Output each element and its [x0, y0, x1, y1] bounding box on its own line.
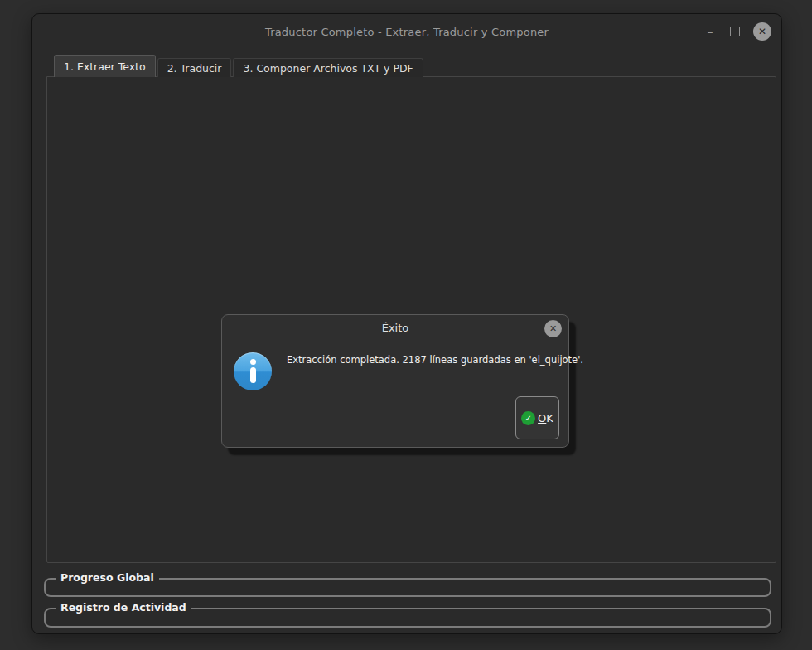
- ok-button[interactable]: ✓ OK: [515, 396, 559, 439]
- info-icon-dot: [250, 359, 256, 365]
- dialog-close-icon[interactable]: ✕: [544, 320, 562, 337]
- success-dialog: Éxito ✕ Extracción completada. 2187 líne…: [221, 314, 569, 448]
- info-icon-stem: [250, 367, 256, 383]
- tab-bar: 1. Extraer Texto 2. Traducir 3. Componer…: [54, 55, 425, 77]
- check-icon: ✓: [521, 411, 535, 425]
- ok-rest-letters: K: [546, 412, 553, 424]
- group-registro-actividad: Registro de Actividad: [44, 608, 771, 628]
- info-icon: [234, 352, 272, 390]
- group-progreso-global: Progreso Global: [44, 578, 771, 597]
- tab-extraer-texto[interactable]: 1. Extraer Texto: [54, 55, 156, 77]
- ok-accel-letter: O: [538, 412, 546, 424]
- close-icon[interactable]: ✕: [753, 22, 771, 41]
- global-progress-bar: [47, 581, 768, 594]
- ok-button-label: OK: [538, 412, 553, 424]
- maximize-icon[interactable]: [730, 27, 740, 36]
- dialog-title: Éxito: [222, 322, 568, 334]
- tab-traducir[interactable]: 2. Traducir: [157, 58, 232, 77]
- desktop: { "window": { "title": "Traductor Comple…: [0, 0, 812, 650]
- maximize-square-shape: [730, 27, 740, 36]
- dialog-titlebar[interactable]: Éxito ✕: [222, 315, 568, 342]
- minimize-icon[interactable]: –: [703, 25, 717, 38]
- dialog-message: Extracción completada. 2187 líneas guard…: [287, 354, 583, 366]
- titlebar[interactable]: Traductor Completo - Extraer, Traducir y…: [32, 14, 781, 49]
- tab-componer[interactable]: 3. Componer Archivos TXT y PDF: [233, 58, 423, 77]
- window-title: Traductor Completo - Extraer, Traducir y…: [265, 26, 549, 38]
- activity-log-area: [47, 611, 768, 624]
- window-controls: – ✕: [703, 14, 771, 49]
